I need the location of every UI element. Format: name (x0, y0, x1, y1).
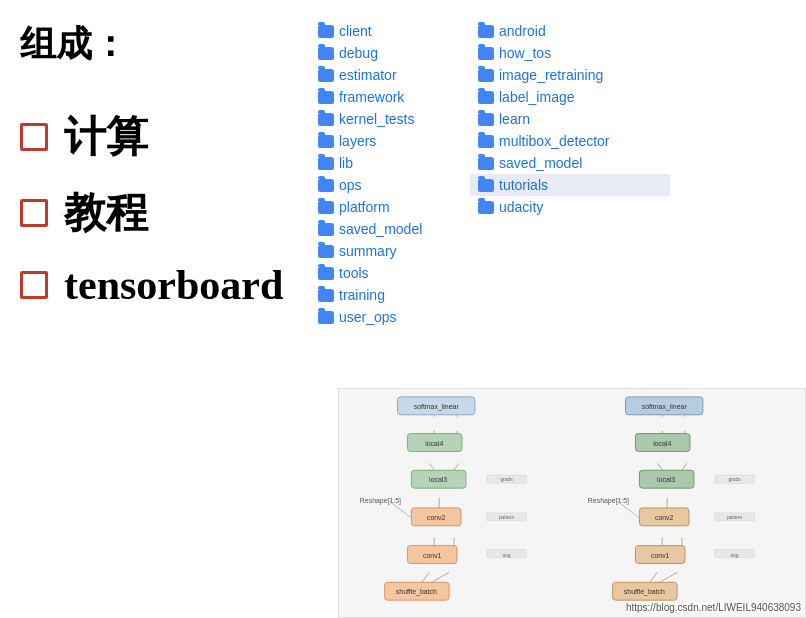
svg-text:shuffle_batch: shuffle_batch (396, 588, 437, 596)
file-label: estimator (339, 67, 397, 83)
folder-icon (318, 47, 334, 60)
file-label: platform (339, 199, 390, 215)
svg-text:local3: local3 (429, 476, 447, 483)
svg-text:softmax_linear: softmax_linear (414, 403, 460, 411)
file-udacity[interactable]: udacity (470, 196, 670, 218)
file-label: lib (339, 155, 353, 171)
svg-text:local4: local4 (425, 440, 443, 447)
neural-network-diagram: shuffle_batch conv1 conv2 local3 local4 (338, 388, 806, 618)
file-platform[interactable]: platform (310, 196, 470, 218)
file-client[interactable]: client (310, 20, 470, 42)
file-summary[interactable]: summary (310, 240, 470, 262)
svg-text:conv1: conv1 (423, 552, 442, 559)
file-label: kernel_tests (339, 111, 414, 127)
url-overlay: https://blog.csdn.net/LIWEIL940638093 (626, 602, 801, 613)
middle-file-list: client debug estimator framework kernel_… (310, 10, 470, 338)
folder-icon (318, 311, 334, 324)
file-kernel_tests[interactable]: kernel_tests (310, 108, 470, 130)
file-label: learn (499, 111, 530, 127)
folder-icon (478, 179, 494, 192)
folder-icon (318, 91, 334, 104)
file-framework[interactable]: framework (310, 86, 470, 108)
svg-text:Reshape[1:5]: Reshape[1:5] (588, 497, 629, 505)
folder-icon (318, 25, 334, 38)
file-label: summary (339, 243, 397, 259)
file-label: saved_model (499, 155, 582, 171)
page-container: 组成： 计算 教程 tensorboard client (0, 0, 806, 618)
file-how_tos[interactable]: how_tos (470, 42, 670, 64)
checkbox-2[interactable] (20, 199, 48, 227)
file-user_ops[interactable]: user_ops (310, 306, 470, 328)
folder-icon (478, 69, 494, 82)
file-saved_model-right[interactable]: saved_model (470, 152, 670, 174)
file-label: tutorials (499, 177, 548, 193)
checkbox-3[interactable] (20, 271, 48, 299)
file-android[interactable]: android (470, 20, 670, 42)
file-label: framework (339, 89, 404, 105)
folder-icon (478, 25, 494, 38)
file-label: udacity (499, 199, 543, 215)
file-label: client (339, 23, 372, 39)
checkbox-1[interactable] (20, 123, 48, 151)
svg-text:softmax_linear: softmax_linear (642, 403, 688, 411)
file-tools[interactable]: tools (310, 262, 470, 284)
file-label_image[interactable]: label_image (470, 86, 670, 108)
folder-icon (318, 69, 334, 82)
folder-icon (478, 135, 494, 148)
svg-text:grads: grads (500, 477, 513, 482)
file-multibox_detector[interactable]: multibox_detector (470, 130, 670, 152)
folder-icon (318, 289, 334, 302)
svg-text:conv2: conv2 (655, 514, 674, 521)
svg-text:local4: local4 (653, 440, 671, 447)
file-lib[interactable]: lib (310, 152, 470, 174)
folder-icon (318, 113, 334, 126)
svg-text:pattern: pattern (499, 515, 515, 520)
svg-text:pattern: pattern (727, 515, 743, 520)
label-jiaocheng: 教程 (64, 185, 148, 241)
file-ops[interactable]: ops (310, 174, 470, 196)
folder-icon (478, 47, 494, 60)
file-label: android (499, 23, 546, 39)
file-training[interactable]: training (310, 284, 470, 306)
label-tensorboard: tensorboard (64, 261, 283, 309)
svg-text:Reshape[1:5]: Reshape[1:5] (360, 497, 401, 505)
svg-text:avg: avg (731, 553, 739, 558)
file-label: ops (339, 177, 362, 193)
page-heading: 组成： (20, 20, 290, 69)
folder-icon (478, 201, 494, 214)
svg-text:local3: local3 (657, 476, 675, 483)
left-section: 组成： 计算 教程 tensorboard (0, 0, 310, 618)
svg-text:shuffle_batch: shuffle_batch (624, 588, 665, 596)
file-tutorials[interactable]: tutorials (470, 174, 670, 196)
checklist-item-3: tensorboard (20, 261, 290, 309)
file-image_retraining[interactable]: image_retraining (470, 64, 670, 86)
file-label: how_tos (499, 45, 551, 61)
file-label: image_retraining (499, 67, 603, 83)
folder-icon (318, 157, 334, 170)
file-label: saved_model (339, 221, 422, 237)
folder-icon (318, 245, 334, 258)
file-label: multibox_detector (499, 133, 610, 149)
folder-icon (318, 267, 334, 280)
file-label: training (339, 287, 385, 303)
svg-text:avg: avg (503, 553, 511, 558)
label-jisuan: 计算 (64, 109, 148, 165)
checklist-item-2: 教程 (20, 185, 290, 241)
file-label: debug (339, 45, 378, 61)
svg-text:conv2: conv2 (427, 514, 446, 521)
file-saved_model[interactable]: saved_model (310, 218, 470, 240)
checklist-item-1: 计算 (20, 109, 290, 165)
file-label: layers (339, 133, 376, 149)
checklist: 计算 教程 tensorboard (20, 109, 290, 309)
folder-icon (318, 179, 334, 192)
file-label: label_image (499, 89, 575, 105)
svg-text:grads: grads (728, 477, 741, 482)
right-file-list: android how_tos image_retraining label_i… (470, 10, 670, 338)
folder-icon (318, 223, 334, 236)
file-estimator[interactable]: estimator (310, 64, 470, 86)
file-label: user_ops (339, 309, 397, 325)
file-debug[interactable]: debug (310, 42, 470, 64)
file-learn[interactable]: learn (470, 108, 670, 130)
file-layers[interactable]: layers (310, 130, 470, 152)
folder-icon (478, 91, 494, 104)
